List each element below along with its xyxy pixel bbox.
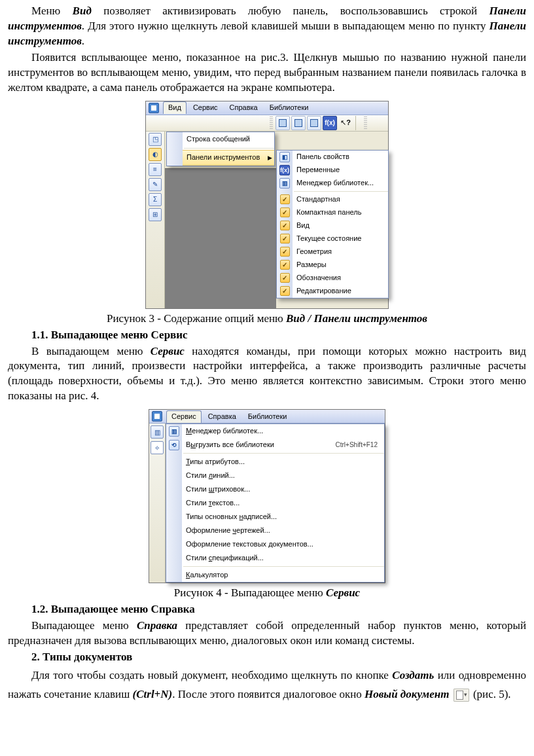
itm-stili-linii[interactable]: Стили линий...	[166, 469, 384, 482]
para-4: Выпадающее меню Справка представляет соб…	[8, 619, 526, 649]
properties-icon: ◧	[279, 152, 290, 162]
menu-vid[interactable]: Вид	[163, 101, 187, 114]
new-document-icon	[454, 689, 469, 702]
itm-stili-shtrihovok[interactable]: Стили штриховок...	[166, 482, 384, 496]
sub-kompaktnaya[interactable]: ✓Компактная панель	[277, 206, 388, 219]
menu-biblioteki[interactable]: Библиотеки	[264, 101, 314, 114]
figure-3: Вид Сервис Справка Библиотеки f(x) ↖? ◳ …	[8, 101, 526, 309]
check-icon: ✓	[280, 286, 290, 296]
fig3-menubar: Вид Сервис Справка Библиотеки	[146, 101, 388, 115]
check-icon: ✓	[280, 260, 290, 270]
unload-icon: ⟲	[169, 440, 179, 450]
help-pointer-button[interactable]: ↖?	[338, 116, 353, 130]
side-icon-6[interactable]: ⊞	[149, 208, 162, 221]
app-icon	[149, 103, 159, 113]
check-icon: ✓	[280, 247, 290, 257]
menu-servis[interactable]: Сервис	[188, 101, 223, 114]
menu-servis-2[interactable]: Сервис	[166, 410, 202, 423]
toolbar-button-2[interactable]	[291, 116, 306, 130]
fig4-side-toolbar: ▥ ✧	[149, 423, 166, 583]
itm-oformlenie-tekst-dok[interactable]: Оформление текстовых документов...	[166, 537, 384, 551]
menu-biblioteki-2[interactable]: Библиотеки	[243, 410, 293, 423]
para-5: Для того чтобы создать новый документ, н…	[8, 666, 526, 704]
sub-oboznacheniya[interactable]: ✓Обозначения	[277, 272, 388, 285]
sub-tekushchee[interactable]: ✓Текущее состояние	[277, 232, 388, 245]
side-icon-5[interactable]: Σ	[149, 193, 162, 206]
fig3-dropdown-vid: Строка сообщений Панели инструментов▶	[166, 132, 275, 166]
itm-stili-tekstov[interactable]: Стили текстов...	[166, 496, 384, 510]
side-icon-3[interactable]: ≡	[149, 163, 162, 176]
check-icon: ✓	[280, 221, 290, 230]
sub-redaktirovanie[interactable]: ✓Редактирование	[277, 285, 388, 298]
fx-icon: f(x)	[279, 165, 290, 175]
menu-spravka[interactable]: Справка	[224, 101, 263, 114]
side-icon-1[interactable]: ◳	[149, 133, 162, 146]
chevron-right-icon: ▶	[265, 154, 274, 162]
toolbar-grip-icon	[270, 117, 273, 130]
check-icon: ✓	[280, 234, 290, 243]
fig3-submenu-paneli: ◧Панель свойств f(x)Переменные ▥Менеджер…	[276, 150, 389, 298]
sub-standartnaya[interactable]: ✓Стандартная	[277, 193, 388, 206]
itm-kalkulyator[interactable]: Калькулятор	[166, 568, 384, 582]
app-icon	[152, 411, 162, 422]
library-icon: ▥	[279, 178, 290, 189]
caption-3: Рисунок 3 - Содержание опций меню Вид / …	[8, 312, 526, 327]
side-icon-a[interactable]: ▥	[151, 425, 164, 439]
heading-2: 2. Типы документов	[31, 650, 526, 665]
heading-1-1: 1.1. Выпадающее меню Сервис	[31, 328, 526, 343]
fx-button[interactable]: f(x)	[323, 116, 337, 130]
side-icon-b[interactable]: ✧	[151, 441, 164, 454]
check-icon: ✓	[280, 194, 290, 204]
sub-vid[interactable]: ✓Вид	[277, 219, 388, 232]
toolbar-separator-icon	[355, 116, 360, 130]
menu-item-stroka[interactable]: Строка сообщений	[167, 132, 274, 147]
check-icon: ✓	[280, 273, 290, 283]
side-icon-2[interactable]: ◐	[149, 148, 162, 161]
para-3: В выпадающем меню Сервис находятся коман…	[8, 344, 526, 405]
sub-panel-svoistv[interactable]: ◧Панель свойств	[277, 151, 388, 164]
itm-oformlenie-chertezhei[interactable]: Оформление чертежей...	[166, 524, 384, 537]
itm-menedzher-bibliotek[interactable]: ▥Менеджер библиотек...	[166, 424, 384, 438]
library-icon: ▥	[169, 426, 179, 437]
fig3-side-toolbar: ◳ ◐ ≡ ✎ Σ ⊞	[146, 132, 165, 308]
fig4-menubar: Сервис Справка Библиотеки	[149, 410, 385, 423]
para-2: Появится всплывающее меню, показанное на…	[8, 50, 526, 96]
caption-4: Рисунок 4 - Выпадающее меню Сервис	[8, 586, 526, 601]
menu-spravka-2[interactable]: Справка	[203, 410, 241, 423]
fig3-grey-area	[165, 168, 276, 308]
itm-stili-spetsifikatsii[interactable]: Стили спецификаций...	[166, 551, 384, 565]
fig4-dropdown-servis: ▥Менеджер библиотек... ⟲Выгрузить все би…	[166, 423, 385, 583]
menu-item-paneli[interactable]: Панели инструментов▶	[167, 150, 274, 166]
itm-tipy-nadpisei[interactable]: Типы основных надписей...	[166, 510, 384, 524]
sub-peremennye[interactable]: f(x)Переменные	[277, 164, 388, 177]
fig3-toolbar: f(x) ↖?	[146, 115, 388, 132]
toolbar-button-1[interactable]	[276, 116, 290, 130]
sub-razmery[interactable]: ✓Размеры	[277, 259, 388, 272]
itm-tipy-atributov[interactable]: Типы атрибутов...	[166, 455, 384, 469]
toolbar-button-3[interactable]	[307, 116, 321, 130]
toolbar-grip-icon	[364, 117, 367, 130]
check-icon: ✓	[280, 207, 290, 217]
para-1: Меню Вид позволяет активизировать любую …	[8, 4, 526, 49]
figure-4: Сервис Справка Библиотеки ▥ ✧ ▥Менеджер …	[8, 409, 526, 583]
itm-vygruzit[interactable]: ⟲Выгрузить все библиотекиCtrl+Shift+F12	[166, 438, 384, 452]
sub-menedzher-bibliotek[interactable]: ▥Менеджер библиотек...	[277, 177, 388, 190]
heading-1-2: 1.2. Выпадающее меню Справка	[31, 602, 526, 617]
sub-geometriya[interactable]: ✓Геометрия	[277, 245, 388, 259]
side-icon-4[interactable]: ✎	[149, 178, 162, 191]
